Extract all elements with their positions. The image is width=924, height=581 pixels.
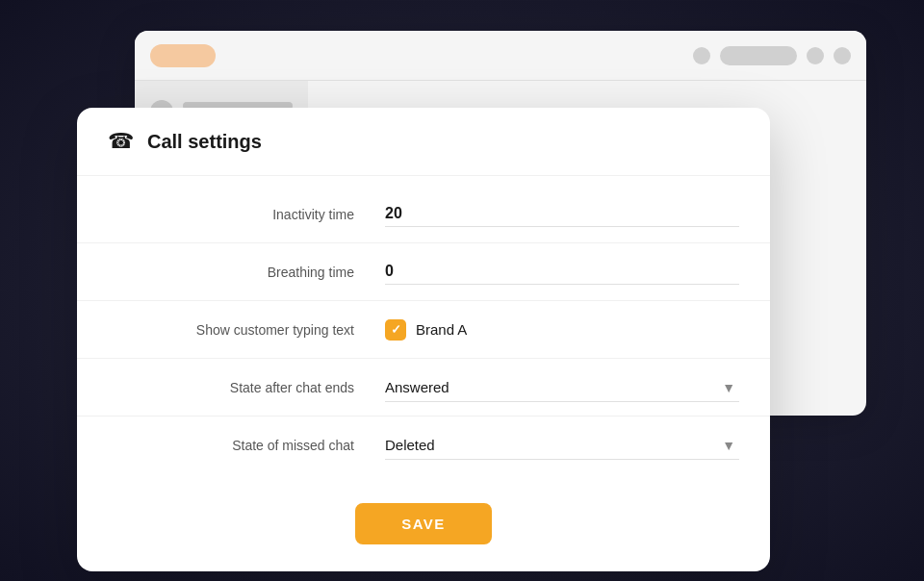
- state-after-chat-value: Answered Missed Deleted ▼: [385, 373, 739, 402]
- state-after-chat-row: State after chat ends Answered Missed De…: [77, 359, 770, 417]
- state-after-chat-select[interactable]: Answered Missed Deleted: [385, 373, 739, 402]
- breathing-time-row: Breathing time: [77, 243, 770, 301]
- breathing-time-value: [385, 259, 739, 285]
- modal-title: Call settings: [147, 131, 262, 153]
- inactivity-time-label: Inactivity time: [154, 207, 385, 222]
- phone-icon: ☎: [108, 129, 134, 154]
- state-missed-chat-select-wrapper: Deleted Answered Missed ▼: [385, 431, 739, 460]
- browser-dot-1: [693, 47, 710, 64]
- modal-footer: SAVE: [77, 493, 770, 571]
- show-typing-value: ✓ Brand A: [385, 319, 739, 341]
- call-settings-modal: ☎ Call settings Inactivity time Breathin…: [77, 108, 770, 571]
- show-typing-label: Show customer typing text: [154, 322, 385, 338]
- browser-dot-3: [834, 47, 851, 64]
- inactivity-time-row: Inactivity time: [77, 186, 770, 243]
- state-missed-chat-select[interactable]: Deleted Answered Missed: [385, 431, 739, 460]
- state-after-chat-label: State after chat ends: [154, 380, 385, 395]
- inactivity-time-input[interactable]: [385, 201, 739, 227]
- save-button[interactable]: SAVE: [355, 503, 492, 544]
- browser-toolbar: [135, 31, 866, 81]
- state-missed-chat-label: State of missed chat: [154, 438, 385, 453]
- state-after-chat-select-wrapper: Answered Missed Deleted ▼: [385, 373, 739, 402]
- checkmark-icon: ✓: [391, 322, 401, 337]
- show-typing-text-row: Show customer typing text ✓ Brand A: [77, 301, 770, 359]
- breathing-time-input[interactable]: [385, 259, 739, 285]
- modal-header: ☎ Call settings: [77, 108, 770, 176]
- scene: ☎ Call settings Inactivity time Breathin…: [77, 31, 847, 550]
- brand-a-label: Brand A: [416, 321, 467, 338]
- inactivity-time-value: [385, 201, 739, 227]
- modal-body: Inactivity time Breathing time Show cust…: [77, 176, 770, 493]
- browser-dot-2: [807, 47, 824, 64]
- checkbox-row: ✓ Brand A: [385, 319, 739, 341]
- browser-pill-orange: [150, 44, 216, 67]
- breathing-time-label: Breathing time: [154, 265, 385, 280]
- state-missed-chat-row: State of missed chat Deleted Answered Mi…: [77, 417, 770, 474]
- state-missed-chat-value: Deleted Answered Missed ▼: [385, 431, 739, 460]
- browser-pill-gray: [720, 46, 797, 65]
- show-typing-checkbox[interactable]: ✓: [385, 319, 406, 341]
